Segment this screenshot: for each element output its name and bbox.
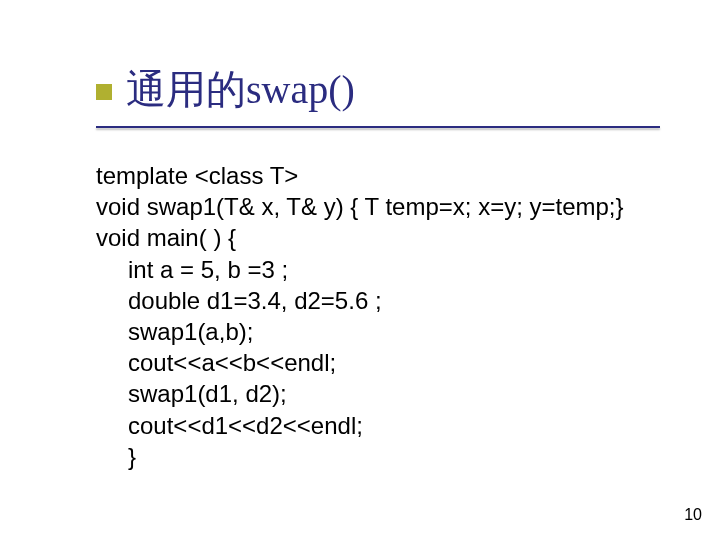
- code-line: double d1=3.4, d2=5.6 ;: [96, 285, 660, 316]
- code-line: cout<<a<<b<<endl;: [96, 347, 660, 378]
- code-body: template <class T> void swap1(T& x, T& y…: [96, 160, 660, 472]
- code-line: swap1(d1, d2);: [96, 378, 660, 409]
- code-line: void swap1(T& x, T& y) { T temp=x; x=y; …: [96, 191, 660, 222]
- title-row: 通用的swap(): [96, 68, 680, 112]
- slide-title: 通用的swap(): [126, 68, 355, 112]
- code-line: int a = 5, b =3 ;: [96, 254, 660, 285]
- slide: 通用的swap() template <class T> void swap1(…: [0, 0, 720, 540]
- code-line: swap1(a,b);: [96, 316, 660, 347]
- code-line: void main( ) {: [96, 222, 660, 253]
- code-line: cout<<d1<<d2<<endl;: [96, 410, 660, 441]
- code-line: }: [96, 441, 660, 472]
- title-bullet-icon: [96, 84, 112, 100]
- code-line: template <class T>: [96, 160, 660, 191]
- title-underline: [96, 126, 660, 128]
- page-number: 10: [684, 506, 702, 524]
